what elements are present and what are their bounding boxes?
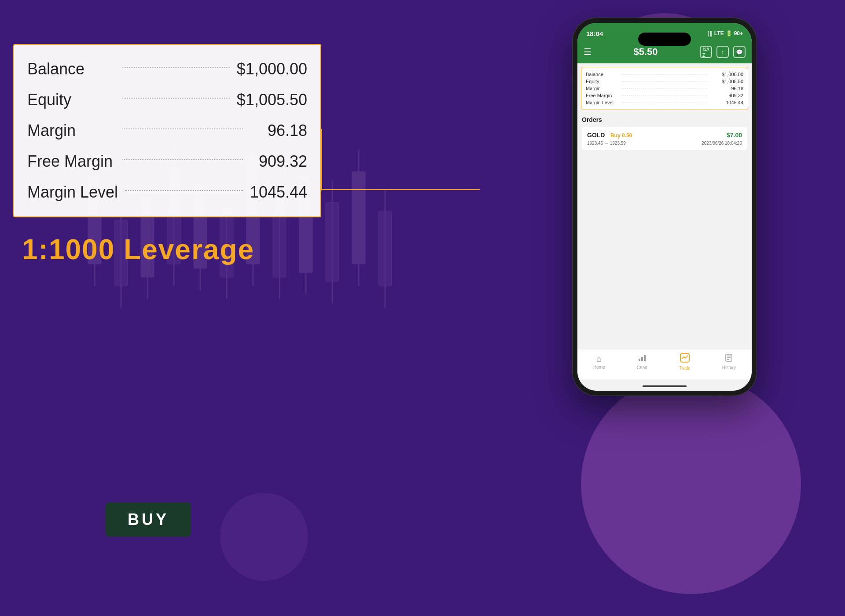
margin-dots <box>122 128 243 129</box>
order-type: Buy 0.50 <box>610 132 632 139</box>
nav-home-label: Home <box>593 365 605 370</box>
nav-history[interactable]: History <box>722 353 736 370</box>
network-label: LTE <box>714 30 724 37</box>
orders-section: Orders GOLD Buy 0.50 $7.00 <box>577 114 752 153</box>
leverage-label: 1:1000 Leverage <box>22 233 254 266</box>
nav-trade-label: Trade <box>679 366 691 370</box>
equity-label: Equity <box>27 91 115 109</box>
phone-balance-label: Balance <box>586 72 621 77</box>
bottom-nav: ⌂ Home Chart <box>577 349 752 379</box>
order-bottom-row: 1923.45 → 1923.59 2023/06/26 18:04:20 <box>587 141 742 146</box>
free-margin-row: Free Margin 909.32 <box>27 146 307 177</box>
phone-free-margin-label: Free Margin <box>586 93 621 98</box>
home-bar <box>643 385 687 387</box>
equity-dots <box>122 98 230 99</box>
svg-rect-24 <box>639 359 640 361</box>
account-summary-box: Balance ································… <box>581 67 748 110</box>
margin-level-row: Margin Level 1045.44 <box>27 177 307 208</box>
nav-trade[interactable]: Trade <box>679 353 691 370</box>
order-datetime: 2023/06/26 18:04:20 <box>702 141 742 146</box>
phone-margin-dots: ········································… <box>621 86 717 91</box>
free-margin-label: Free Margin <box>27 152 115 171</box>
phone-margin-level-value: 1045.44 <box>717 100 743 105</box>
phone-margin-level-label: Margin Level <box>586 100 621 105</box>
nav-chart-label: Chart <box>637 365 647 370</box>
home-indicator <box>577 379 752 391</box>
history-icon <box>724 353 733 364</box>
order-profit: $7.00 <box>727 132 742 139</box>
phone-frame: 18:04 ||| LTE 🔋 90+ ☰ $5.50 ⇅AZ ↑ 💬 <box>572 18 757 396</box>
header-icons: ⇅AZ ↑ 💬 <box>700 46 746 58</box>
phone-equity-label: Equity <box>586 79 621 84</box>
home-icon: ⌂ <box>596 354 602 364</box>
phone-balance-dots: ········································… <box>621 72 717 77</box>
phone-margin-level-dots: ········································… <box>621 100 717 105</box>
header-title: $5.50 <box>633 46 658 58</box>
phone-mockup: 18:04 ||| LTE 🔋 90+ ☰ $5.50 ⇅AZ ↑ 💬 <box>572 18 757 396</box>
order-symbol: GOLD <box>587 132 605 139</box>
equity-value: $1,005.50 <box>237 91 307 109</box>
phone-equity-value: $1,005.50 <box>717 79 743 84</box>
margin-value: 96.18 <box>250 121 307 140</box>
order-symbol-group: GOLD Buy 0.50 <box>587 131 632 139</box>
left-info-panel: Balance $1,000.00 Equity $1,005.50 Margi… <box>13 44 321 217</box>
chart-icon <box>638 353 647 364</box>
order-top-row: GOLD Buy 0.50 $7.00 <box>587 131 742 139</box>
svg-rect-26 <box>644 355 646 361</box>
free-margin-value: 909.32 <box>250 152 307 171</box>
phone-margin-row: Margin ·································… <box>586 85 743 92</box>
phone-balance-value: $1,000.00 <box>717 72 743 77</box>
phone-margin-label: Margin <box>586 86 621 91</box>
phone-equity-dots: ········································… <box>621 79 717 84</box>
dynamic-island <box>638 33 691 46</box>
balance-row: Balance $1,000.00 <box>27 54 307 84</box>
trade-icon <box>680 353 690 365</box>
nav-history-label: History <box>722 365 736 370</box>
margin-level-dots <box>125 190 243 191</box>
svg-rect-25 <box>641 357 643 361</box>
app-content: Balance ································… <box>577 63 752 349</box>
margin-label: Margin <box>27 121 115 140</box>
signal-icon: ||| <box>708 30 713 37</box>
share-icon[interactable]: ↑ <box>716 46 729 58</box>
status-icons: ||| LTE 🔋 90+ <box>708 30 743 37</box>
order-price-range: 1923.45 → 1923.59 <box>587 141 626 146</box>
connector-horizontal <box>321 189 480 190</box>
balance-value: $1,000.00 <box>237 60 307 78</box>
phone-free-margin-value: 909.32 <box>717 93 743 98</box>
equity-row: Equity $1,005.50 <box>27 84 307 115</box>
nav-home[interactable]: ⌂ Home <box>593 354 605 370</box>
buy-button[interactable]: BUY <box>106 502 191 537</box>
sort-icon[interactable]: ⇅AZ <box>700 46 712 58</box>
phone-balance-row: Balance ································… <box>586 71 743 78</box>
account-info-box: Balance $1,000.00 Equity $1,005.50 Margi… <box>13 44 321 217</box>
battery-icon: 🔋 <box>726 30 732 37</box>
phone-margin-level-row: Margin Level ···························… <box>586 99 743 106</box>
phone-free-margin-row: Free Margin ····························… <box>586 92 743 99</box>
margin-row: Margin 96.18 <box>27 115 307 146</box>
phone-margin-value: 96.18 <box>717 86 743 91</box>
margin-level-label: Margin Level <box>27 183 118 202</box>
battery-level: 90+ <box>734 30 743 37</box>
free-margin-dots <box>122 159 243 160</box>
order-card[interactable]: GOLD Buy 0.50 $7.00 1923.45 → 1923.59 <box>582 127 747 150</box>
phone-equity-row: Equity ·································… <box>586 78 743 85</box>
chat-icon[interactable]: 💬 <box>733 46 746 58</box>
status-time: 18:04 <box>586 30 603 37</box>
menu-icon[interactable]: ☰ <box>584 47 592 57</box>
nav-chart[interactable]: Chart <box>637 353 647 370</box>
connector-vertical <box>321 129 322 191</box>
balance-label: Balance <box>27 60 115 78</box>
phone-free-margin-dots: ········································… <box>621 93 717 98</box>
balance-dots <box>122 67 230 68</box>
orders-title: Orders <box>582 116 747 123</box>
margin-level-value: 1045.44 <box>250 183 307 202</box>
phone-screen: 18:04 ||| LTE 🔋 90+ ☰ $5.50 ⇅AZ ↑ 💬 <box>577 23 752 391</box>
